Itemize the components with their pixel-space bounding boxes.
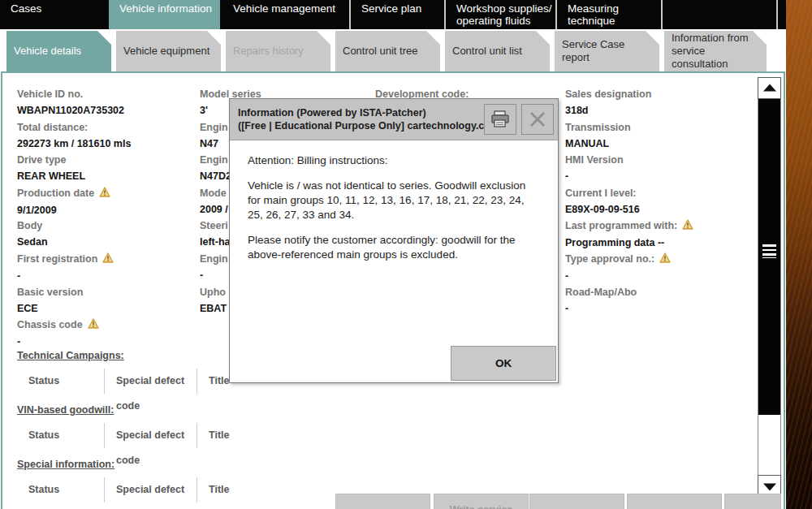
scrollbar-grip-icon — [762, 244, 776, 258]
subtab-label: Control unit tree — [343, 45, 418, 58]
tab-measuring-technique[interactable]: Measuring technique — [555, 0, 661, 29]
tab-workshop-supplies[interactable]: Workshop supplies/ operating fluids — [444, 0, 555, 29]
information-dialog: Information (Powered by ISTA-Patcher) ([… — [229, 98, 559, 383]
subtab-control-unit-list[interactable]: Control unit list — [445, 31, 550, 71]
warning-icon — [659, 252, 671, 268]
scroll-up-icon — [763, 84, 776, 91]
field-label: Sales designation — [565, 86, 752, 102]
scroll-up-button[interactable] — [758, 77, 781, 99]
field-label: Type approval no.: — [565, 251, 752, 268]
field-label: Drive type — [17, 152, 192, 168]
dialog-text-attention: Attention: Billing instructions: — [248, 153, 540, 168]
subtab-label: Repairs history — [233, 45, 304, 58]
field-label: Vehicle ID no. — [17, 86, 192, 102]
vehicle-field: Transmission MANUAL — [565, 119, 752, 153]
subtab-label: Vehicle equipment — [123, 45, 209, 58]
dialog-title-line1: Information (Powered by ISTA-Patcher) — [238, 106, 480, 119]
column-header-status: Status — [17, 477, 104, 503]
subtab-information-service-consultation[interactable]: Information from service consultation — [664, 31, 767, 71]
printer-icon — [490, 110, 510, 128]
subtab-label: Vehicle details — [14, 45, 81, 58]
field-value: WBAPN11020A735302 — [17, 102, 192, 119]
dialog-text-notify: Please notify the customer accordingly: … — [248, 233, 540, 262]
field-label: Chassis code — [17, 317, 192, 334]
footer-button-3[interactable] — [529, 494, 624, 509]
scrollbar[interactable] — [758, 77, 781, 497]
dialog-text-exclusion: Vehicle is / was not identical to series… — [248, 179, 540, 222]
write-service-button[interactable]: Write service — [434, 494, 529, 509]
campaign-section: VIN-based goodwill: Status Special defec… — [17, 404, 585, 448]
subtab-repairs-history: Repairs history — [226, 31, 330, 71]
tab-cases[interactable]: Cases — [0, 0, 106, 29]
field-value: MANUAL — [565, 136, 752, 152]
vehicle-field: Total distance: 292273 km / 181610 mls — [17, 119, 192, 153]
vehicle-field: Chassis code - — [17, 317, 192, 350]
tab-label: Cases — [11, 2, 41, 15]
field-value: - — [17, 268, 192, 284]
field-label: Total distance: — [17, 119, 192, 136]
vehicle-field: First registration - — [17, 251, 192, 284]
dialog-titlebar: Information (Powered by ISTA-Patcher) ([… — [230, 99, 558, 140]
scrollbar-thumb[interactable] — [758, 99, 780, 415]
dialog-body: Attention: Billing instructions: Vehicle… — [230, 140, 558, 262]
tab-service-plan[interactable]: Service plan — [349, 0, 444, 29]
vehicle-field: Basic version ECE — [17, 284, 192, 317]
dialog-title-line2: ([Free | Educational Purpose Only] carte… — [238, 119, 480, 132]
tab-label: Workshop supplies/ operating fluids — [456, 2, 552, 27]
vehicle-fields-left: Vehicle ID no. WBAPN11020A735302 Total d… — [17, 86, 192, 350]
tab-vehicle-management[interactable]: Vehicle management — [222, 0, 349, 29]
close-button[interactable] — [521, 104, 554, 135]
field-value: Programming data -- — [565, 235, 752, 251]
write-service-label: Write service — [434, 504, 528, 509]
warning-icon — [682, 218, 693, 235]
field-label: Last programmed with: — [565, 218, 752, 235]
field-value: - — [565, 168, 752, 184]
field-label: Production date — [17, 185, 192, 202]
footer-button-4[interactable] — [627, 494, 722, 509]
field-label: Body — [17, 218, 192, 234]
field-value: ECE — [17, 300, 192, 317]
vehicle-field: Current I level: E89X-09-09-516 — [565, 185, 752, 218]
top-nav-spacer-end — [776, 0, 786, 29]
subtab-label: Service Case report — [562, 38, 654, 64]
ok-button[interactable]: OK — [451, 346, 556, 381]
sub-nav: Vehicle details Vehicle equipment Repair… — [6, 31, 767, 71]
print-button[interactable] — [484, 104, 516, 135]
warning-icon — [102, 252, 114, 268]
scrollbar-track[interactable] — [758, 99, 781, 475]
vehicle-fields-right: Sales designation 318d Transmission MANU… — [565, 86, 752, 317]
footer-button-1[interactable] — [335, 494, 430, 509]
tab-label: Vehicle management — [233, 2, 335, 15]
top-nav-spacer — [661, 0, 776, 29]
subtab-control-unit-tree[interactable]: Control unit tree — [335, 31, 440, 71]
subtab-vehicle-equipment[interactable]: Vehicle equipment — [116, 31, 221, 71]
subtab-vehicle-details[interactable]: Vehicle details — [6, 31, 111, 71]
field-label: Basic version — [17, 284, 192, 300]
table-header-row: Status Special defect code Title — [17, 423, 585, 448]
section-title: VIN-based goodwill: — [17, 404, 585, 416]
warning-icon — [88, 317, 99, 334]
column-header-status: Status — [17, 369, 104, 394]
footer-button-5[interactable] — [724, 494, 781, 509]
field-value: REAR WHEEL — [17, 168, 192, 184]
field-label: First registration — [17, 251, 192, 268]
field-value: 292273 km / 181610 mls — [17, 136, 192, 152]
field-value: 318d — [565, 102, 752, 119]
vehicle-field: Last programmed with: Programming data -… — [565, 218, 752, 251]
tab-label: Measuring technique — [568, 2, 619, 27]
field-value: - — [565, 300, 752, 317]
vehicle-field: Body Sedan — [17, 218, 192, 251]
field-value: - — [17, 334, 192, 350]
close-icon — [529, 110, 546, 128]
field-value: - — [565, 268, 752, 284]
vehicle-field: HMI Version - — [565, 152, 752, 185]
ista-app-window: Cases Vehicle information Vehicle manage… — [0, 0, 786, 509]
tab-vehicle-information[interactable]: Vehicle information — [109, 0, 220, 29]
desktop-wallpaper — [786, 0, 812, 509]
vehicle-field: Sales designation 318d — [565, 86, 752, 119]
top-nav: Cases Vehicle information Vehicle manage… — [0, 0, 786, 29]
field-label: Transmission — [565, 119, 752, 136]
subtab-service-case-report[interactable]: Service Case report — [555, 31, 659, 71]
vehicle-field: Vehicle ID no. WBAPN11020A735302 — [17, 86, 192, 119]
vehicle-field: Type approval no.: - — [565, 251, 752, 284]
